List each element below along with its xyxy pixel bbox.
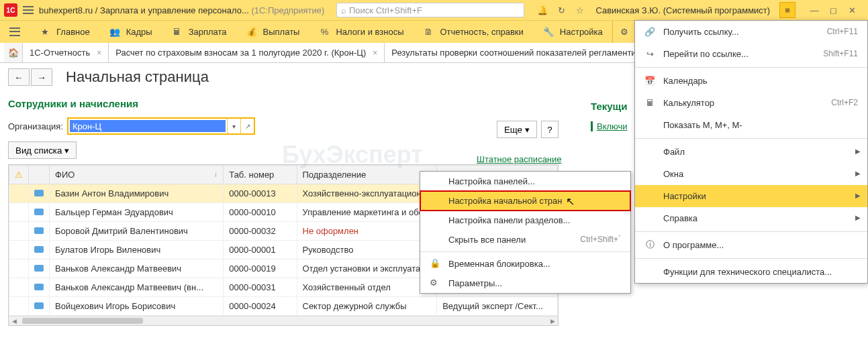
employee-icon [34,302,44,309]
section-vyplaty[interactable]: 💰Выплаты [236,21,309,43]
svc-item[interactable]: Функции для технического специалиста... [635,261,867,283]
chevron-right-icon: ▶ [855,148,861,155]
money-icon: 💰 [246,26,258,38]
more-button[interactable]: Еще ▾ [497,121,537,138]
home-tab[interactable]: 🏠 [4,43,23,62]
employee-icon [34,190,44,196]
open-ref-icon[interactable]: ↗ [240,119,254,133]
section-nalogi[interactable]: %Налоги и взносы [309,21,413,43]
section-reports[interactable]: 🗎Отчетность, справки [414,21,533,43]
svc-item[interactable]: 📅Календарь [635,70,867,92]
col-fio[interactable]: ФИО↓ [50,166,224,184]
page-title: Начальная страница [66,68,209,86]
doc-icon: 🗎 [423,26,435,38]
svc-item[interactable]: Файл▶ [635,141,867,163]
svc-item[interactable]: ⓘО программе... [635,234,867,256]
sort-asc-icon: ↓ [214,170,218,178]
chevron-down-icon: ▾ [64,145,69,156]
svc-item[interactable]: Настройки▶ [635,185,867,207]
calc-icon: 🖩 [171,26,183,38]
col-warning[interactable]: ⚠ [9,166,29,184]
scroll-thumb[interactable] [22,318,143,324]
calc-icon: 🖩 [644,97,655,108]
close-icon[interactable]: × [373,48,377,58]
close-button[interactable]: ✕ [845,3,859,17]
horizontal-scrollbar[interactable]: ◀ ▶ [9,316,558,325]
section-kadry[interactable]: 👥Кадры [99,21,162,43]
svc-item[interactable]: 🔗Получить ссылку...Ctrl+F11 [635,21,867,43]
cell-fio: Войцехович Игорь Борисович [50,297,224,316]
dropdown-icon[interactable]: ▾ [227,119,240,133]
wrench-icon: 🔧 [542,26,554,38]
service-menu-button[interactable]: ≡ [779,2,795,18]
tab-results[interactable]: Результаты проверки соотношений показате… [385,43,648,62]
table-row[interactable]: Войцехович Игорь Борисович0000-00024Сект… [9,297,558,316]
history-icon[interactable]: ↻ [555,4,567,16]
svc-item[interactable]: Окна▶ [635,163,867,185]
chevron-right-icon: ▶ [855,192,861,199]
link-staff-schedule[interactable]: Штатное расписание [477,154,562,164]
ctx-item[interactable]: Настройка панели разделов... [420,211,630,230]
cell-tab: 0000-00032 [224,222,297,241]
calendar-icon: 📅 [644,75,655,86]
window-title: buhexpert8.ru / Зарплата и управление пе… [39,5,324,15]
scroll-left-icon[interactable]: ◀ [9,316,19,325]
app-logo: 1C [4,3,17,17]
nav-forward-button[interactable]: → [31,68,52,86]
current-user: Савинская З.Ю. (Системный программист) [595,5,770,15]
svc-item[interactable]: 🖩КалькуляторCtrl+F2 [635,92,867,114]
cell-fio: Булатов Игорь Виленович [50,241,224,259]
people-icon: 👥 [109,26,121,38]
cell-extra: Ведущий эксперт /Сект... [437,297,558,316]
svc-item[interactable]: Показать M, M+, M- [635,114,867,136]
nav-back-button[interactable]: ← [8,68,30,86]
close-icon[interactable]: × [97,48,101,58]
ctx-item[interactable]: Настройка панелей... [420,172,630,191]
employee-icon [34,227,44,234]
bell-icon[interactable]: 🔔 [536,4,548,16]
cell-tab: 0000-00013 [224,184,297,203]
gear-icon: ⚙ [430,278,440,288]
view-mode-button[interactable]: Вид списка ▾ [8,141,77,159]
ctx-item[interactable]: Скрыть все панелиCtrl+Shift+` [420,230,630,249]
col-tabnum[interactable]: Таб. номер [224,166,297,184]
star-icon: ★ [39,26,51,38]
tab-raschet[interactable]: Расчет по страховым взносам за 1 полугод… [109,43,385,62]
section-main[interactable]: ★Главное [30,21,99,43]
employee-icon [34,209,44,215]
col-dept[interactable]: Подразделение [297,166,437,184]
minimize-button[interactable]: — [808,3,821,17]
main-menu-icon[interactable] [23,5,34,15]
svc-item[interactable]: ↪Перейти по ссылке...Shift+F11 [635,43,867,65]
help-button[interactable]: ? [541,121,559,138]
link-enable[interactable]: Включи [591,121,628,131]
cell-dept: Отдел установки и эксплуатац [297,259,437,278]
cell-fio: Ваньков Александр Матвеевич [50,259,224,278]
chevron-right-icon: ▶ [855,214,861,221]
ctx-item[interactable]: Настройка начальной стран [420,191,630,211]
section-heading-current: Текущи [591,101,628,112]
org-input[interactable] [70,120,226,132]
maximize-button[interactable]: ◻ [826,3,840,17]
ctx-item[interactable]: ⚙Параметры... [420,274,630,293]
burger-sections[interactable] [0,21,30,43]
goto-icon: ↪ [644,48,655,59]
org-label: Организация: [8,121,63,131]
scroll-right-icon[interactable]: ▶ [547,316,558,325]
tab-1c-reporting[interactable]: 1С-Отчетность× [23,43,109,62]
svc-item[interactable]: Справка▶ [635,207,867,229]
percent-icon: % [318,26,330,38]
employee-icon [34,284,44,290]
warning-icon: ⚠ [15,170,23,180]
ctx-item[interactable]: 🔒Временная блокировка... [420,254,630,274]
cell-dept: Руководство [297,241,437,259]
search-icon: ⌕ [341,5,346,15]
section-zarplata[interactable]: 🖩Зарплата [162,21,236,43]
cell-dept: Хозяйственный отдел [297,278,437,297]
section-gear[interactable]: ⚙ [612,21,636,43]
cell-dept: Не оформлен [297,222,437,241]
org-combo[interactable]: ▾ ↗ [67,117,255,135]
global-search-input[interactable]: ⌕ Поиск Ctrl+Shift+F [336,3,524,17]
section-settings[interactable]: 🔧Настройка [533,21,612,43]
favorites-icon[interactable]: ☆ [574,4,586,16]
